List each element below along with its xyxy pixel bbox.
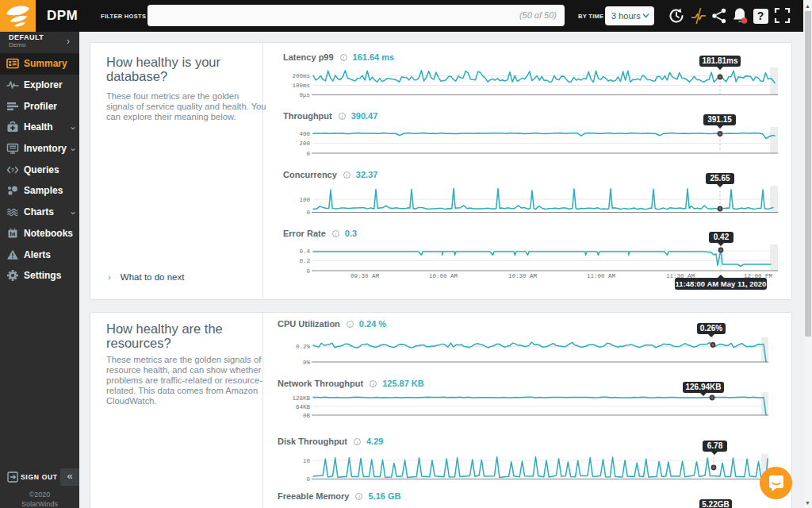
svg-text:0%: 0% bbox=[303, 360, 311, 366]
svg-text:0.2%: 0.2% bbox=[296, 344, 311, 350]
svg-text:64KB: 64KB bbox=[296, 404, 311, 410]
svg-text:11:00 AM: 11:00 AM bbox=[587, 273, 616, 279]
svg-text:0: 0 bbox=[306, 210, 310, 216]
svg-text:400: 400 bbox=[299, 131, 310, 137]
svg-text:09:30 AM: 09:30 AM bbox=[350, 273, 380, 279]
svg-text:10:30 AM: 10:30 AM bbox=[508, 273, 538, 279]
svg-text:100: 100 bbox=[299, 197, 310, 203]
svg-text:200: 200 bbox=[299, 140, 310, 147]
svg-text:10:00 AM: 10:00 AM bbox=[429, 273, 458, 279]
svg-text:0: 0 bbox=[306, 268, 310, 275]
svg-text:200ms: 200ms bbox=[292, 73, 310, 79]
svg-text:10: 10 bbox=[303, 458, 311, 464]
svg-text:0.4: 0.4 bbox=[299, 248, 310, 255]
svg-text:0: 0 bbox=[306, 151, 310, 157]
svg-text:100ms: 100ms bbox=[292, 83, 310, 89]
svg-text:128KB: 128KB bbox=[292, 395, 310, 402]
svg-text:0: 0 bbox=[306, 476, 310, 483]
svg-text:0.2: 0.2 bbox=[299, 258, 310, 264]
svg-text:0B: 0B bbox=[303, 413, 311, 419]
svg-text:0µs: 0µs bbox=[299, 92, 310, 98]
